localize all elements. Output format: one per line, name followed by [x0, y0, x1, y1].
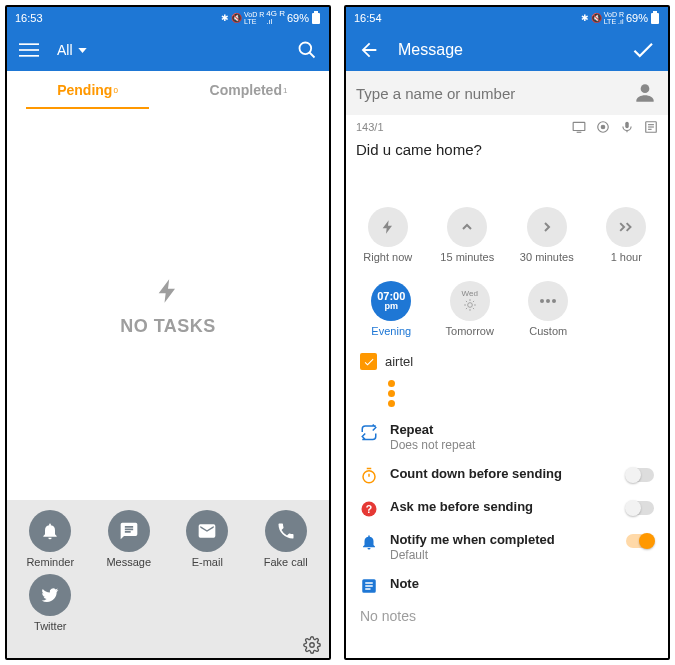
confirm-icon[interactable] — [630, 37, 656, 63]
svg-point-30 — [546, 299, 550, 303]
status-tray: ✱ 🔇 VoD RLTE 4G R.ıl 69% — [221, 10, 321, 26]
battery-text: 69% — [287, 12, 309, 24]
repeat-icon — [360, 423, 378, 441]
svg-point-14 — [601, 125, 605, 129]
toggle-notify[interactable] — [626, 534, 654, 548]
row-note[interactable]: Note — [346, 569, 668, 602]
message-body[interactable]: Did u came home? — [346, 139, 668, 199]
action-reminder[interactable]: Reminder — [11, 510, 90, 568]
recipient-row — [346, 71, 668, 115]
drag-handle[interactable] — [346, 376, 668, 415]
svg-line-27 — [466, 308, 467, 309]
tab-pending[interactable]: Pending0 — [7, 71, 168, 109]
bolt-icon — [154, 272, 182, 310]
tabs: Pending0 Completed1 — [7, 71, 329, 109]
empty-text: NO TASKS — [120, 316, 216, 337]
action-bar: Reminder Message E-mail Fake call Twitte… — [7, 500, 329, 642]
row-notify[interactable]: Notify me when completed Default — [346, 525, 668, 569]
monitor-icon[interactable] — [572, 120, 586, 134]
time-row-1: Right now 15 minutes 30 minutes 1 hour — [346, 199, 668, 273]
toggle-ask[interactable] — [626, 501, 654, 515]
chevron-right-icon — [527, 207, 567, 247]
clock: 16:54 — [354, 12, 382, 24]
right-phone: 16:54 ✱ 🔇 VoD RLTE .ıl 69% Message 143/1… — [344, 5, 670, 660]
double-chevron-icon — [606, 207, 646, 247]
sun-icon: Wed — [450, 281, 490, 321]
row-ask[interactable]: ? Ask me before sending — [346, 492, 668, 525]
time-right-now[interactable]: Right now — [348, 207, 428, 263]
time-evening[interactable]: 07:00 pm Evening — [352, 281, 431, 337]
time-row-2: 07:00 pm Evening Wed Tomorrow Custom — [346, 273, 668, 347]
mic-icon[interactable] — [620, 120, 634, 134]
svg-point-5 — [300, 43, 312, 55]
checkmark-icon — [360, 353, 377, 370]
time-15-min[interactable]: 15 minutes — [428, 207, 508, 263]
svg-rect-1 — [314, 11, 318, 13]
carrier-checkbox[interactable]: airtel — [346, 347, 668, 376]
svg-line-28 — [473, 301, 474, 302]
row-countdown[interactable]: Count down before sending — [346, 459, 668, 492]
notes-placeholder[interactable]: No notes — [346, 602, 668, 630]
svg-rect-11 — [573, 122, 585, 130]
mute-icon: 🔇 — [591, 13, 602, 23]
filter-dropdown[interactable]: All — [57, 42, 87, 58]
time-custom[interactable]: Custom — [509, 281, 588, 337]
recipient-input[interactable] — [356, 85, 632, 102]
email-icon — [186, 510, 228, 552]
appbar: All — [7, 29, 329, 71]
bell-icon — [29, 510, 71, 552]
svg-line-6 — [310, 53, 315, 58]
char-counter: 143/1 — [356, 121, 384, 133]
svg-rect-3 — [19, 49, 39, 51]
contact-icon[interactable] — [632, 80, 658, 106]
time-30-min[interactable]: 30 minutes — [507, 207, 587, 263]
counter-row: 143/1 — [346, 115, 668, 139]
svg-text:?: ? — [366, 503, 372, 515]
bluetooth-icon: ✱ — [221, 13, 229, 23]
template-icon[interactable] — [644, 120, 658, 134]
action-email[interactable]: E-mail — [168, 510, 247, 568]
svg-point-10 — [641, 84, 650, 93]
search-icon[interactable] — [297, 40, 317, 60]
battery-icon — [311, 11, 321, 25]
gallery-icon[interactable] — [596, 120, 610, 134]
menu-icon[interactable] — [19, 40, 39, 60]
dots-icon — [528, 281, 568, 321]
signal-icon: 4G R.ıl — [266, 10, 285, 26]
svg-point-20 — [467, 303, 472, 308]
status-tray: ✱ 🔇 VoD RLTE .ıl 69% — [581, 11, 660, 25]
action-message[interactable]: Message — [90, 510, 169, 568]
gear-icon[interactable] — [303, 636, 321, 654]
action-fakecall[interactable]: Fake call — [247, 510, 326, 568]
action-twitter[interactable]: Twitter — [11, 574, 90, 632]
clock: 16:53 — [15, 12, 43, 24]
svg-point-31 — [552, 299, 556, 303]
left-phone: 16:53 ✱ 🔇 VoD RLTE 4G R.ıl 69% All Pendi… — [5, 5, 331, 660]
svg-rect-2 — [19, 43, 39, 45]
chevron-up-icon — [447, 207, 487, 247]
toggle-countdown[interactable] — [626, 468, 654, 482]
network-icon: VoD RLTE — [244, 11, 264, 25]
note-icon — [360, 577, 378, 595]
twitter-icon — [29, 574, 71, 616]
time-badge: 07:00 pm — [371, 281, 411, 321]
svg-line-26 — [473, 308, 474, 309]
svg-point-7 — [310, 643, 315, 648]
row-repeat[interactable]: Repeat Does not repeat — [346, 415, 668, 459]
svg-point-29 — [540, 299, 544, 303]
svg-line-25 — [466, 301, 467, 302]
battery-text: 69% — [626, 12, 648, 24]
page-title: Message — [398, 41, 463, 59]
back-icon[interactable] — [358, 39, 380, 61]
network-icon: VoD RLTE .ıl — [604, 11, 624, 25]
time-tomorrow[interactable]: Wed Tomorrow — [431, 281, 510, 337]
svg-rect-9 — [653, 11, 657, 13]
bell-solid-icon — [360, 533, 378, 551]
tab-completed[interactable]: Completed1 — [168, 71, 329, 109]
statusbar: 16:54 ✱ 🔇 VoD RLTE .ıl 69% — [346, 7, 668, 29]
time-1-hour[interactable]: 1 hour — [587, 207, 667, 263]
svg-rect-8 — [651, 13, 659, 24]
statusbar: 16:53 ✱ 🔇 VoD RLTE 4G R.ıl 69% — [7, 7, 329, 29]
appbar: Message — [346, 29, 668, 71]
phone-icon — [265, 510, 307, 552]
